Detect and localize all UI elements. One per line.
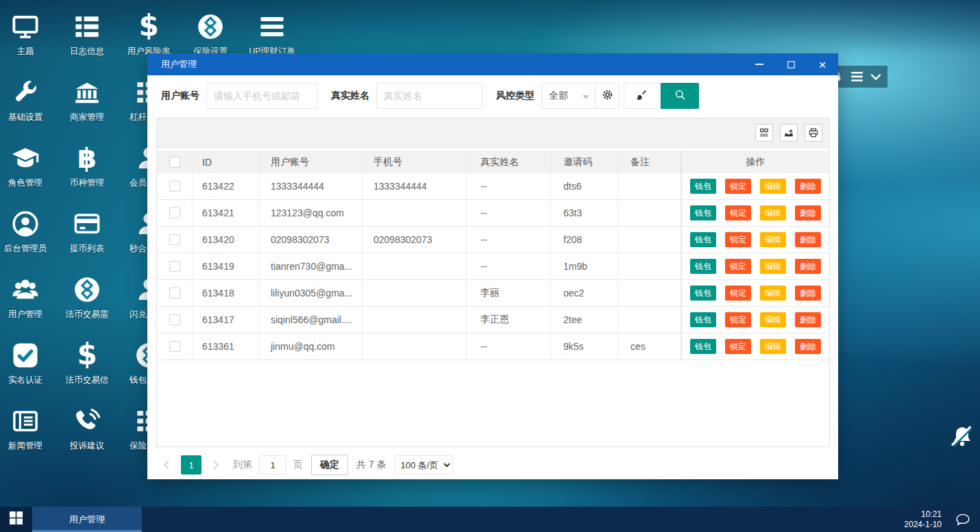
svg-text:$: $ (77, 341, 97, 370)
desktop-icon-新闻管理[interactable]: 新闻管理 (0, 407, 54, 451)
chevron-down-icon[interactable] (871, 74, 881, 80)
column-header-操作: 操作 (681, 151, 829, 173)
phone-volume-icon (73, 407, 101, 435)
desktop-icon-基础设置[interactable]: 基础设置 (0, 78, 54, 122)
taskbar-item-user-management[interactable]: 用户管理 (32, 507, 142, 532)
maximize-button[interactable] (775, 53, 807, 75)
action-button-锁定[interactable]: 锁定 (725, 286, 751, 301)
action-button-锁定[interactable]: 锁定 (725, 339, 751, 354)
action-button-锁定[interactable]: 锁定 (725, 232, 751, 247)
risk-type-select[interactable]: 全部 (542, 84, 595, 108)
desktop-icon-商家管理[interactable]: 商家管理 (58, 78, 116, 122)
confirm-page-button[interactable]: 确定 (311, 455, 348, 475)
minimize-button[interactable] (744, 53, 775, 75)
desktop-icon-投诉建议[interactable]: 投诉建议 (58, 407, 116, 451)
search-button[interactable] (661, 83, 699, 109)
cell-id: 613417 (193, 307, 260, 333)
close-button[interactable]: × (807, 53, 838, 75)
action-button-钱包[interactable]: 钱包 (690, 179, 716, 194)
svg-text:$: $ (138, 12, 158, 41)
action-button-删除[interactable]: 删除 (795, 259, 821, 274)
row-checkbox[interactable] (169, 314, 180, 325)
action-button-钱包[interactable]: 钱包 (690, 205, 716, 220)
cell-account: 1333344444 (260, 173, 363, 199)
action-button-删除[interactable]: 删除 (795, 312, 821, 327)
table-row: 613419tianren730@gma...--1m9b钱包锁定编辑删除 (157, 253, 829, 280)
action-button-编辑[interactable]: 编辑 (760, 179, 786, 194)
desktop-icon-实名认证[interactable]: 实名认证 (0, 341, 54, 385)
action-button-钱包[interactable]: 钱包 (690, 259, 716, 274)
risk-type-value: 全部 (549, 90, 568, 102)
action-button-钱包[interactable]: 钱包 (690, 312, 716, 327)
window-titlebar[interactable]: 用户管理 × (147, 53, 838, 75)
user-table-card: ID用户账号手机号真实姓名邀请码备注操作 6134221333344444133… (156, 118, 830, 447)
export-button[interactable] (780, 124, 798, 142)
desktop-icon-用户风险率[interactable]: $用户风险率 (120, 12, 177, 56)
action-button-钱包[interactable]: 钱包 (690, 339, 716, 354)
bell-slash-icon[interactable] (950, 423, 975, 451)
action-button-钱包[interactable]: 钱包 (690, 286, 716, 301)
desktop-topbar-widget[interactable] (833, 66, 887, 88)
clock-date: 2024-1-10 (904, 520, 942, 530)
table-row: 613361jinmu@qq.com--9k5sces钱包锁定编辑删除 (157, 333, 829, 360)
row-checkbox[interactable] (169, 181, 180, 192)
action-button-删除[interactable]: 删除 (795, 179, 821, 194)
menu-icon[interactable] (851, 72, 863, 81)
action-button-删除[interactable]: 删除 (795, 232, 821, 247)
desktop-icon-label: 法币交易需 (58, 309, 116, 319)
action-button-编辑[interactable]: 编辑 (760, 259, 786, 274)
desktop-icon-角色管理[interactable]: 角色管理 (0, 144, 54, 188)
desktop-icon-法币交易需[interactable]: 法币交易需 (58, 275, 116, 319)
next-page-button[interactable] (206, 455, 226, 474)
select-all-checkbox[interactable] (169, 157, 180, 168)
action-button-编辑[interactable]: 编辑 (760, 286, 786, 301)
action-button-编辑[interactable]: 编辑 (760, 339, 786, 354)
settings-button[interactable] (595, 84, 619, 108)
desktop-icon-用户管理[interactable]: 用户管理 (0, 275, 54, 319)
desktop-icon-保险设置[interactable]: 保险设置 (182, 12, 239, 56)
action-button-删除[interactable]: 删除 (795, 286, 821, 301)
row-checkbox[interactable] (169, 234, 180, 245)
desktop-icon-主题[interactable]: 主题 (0, 12, 54, 56)
risk-type-label: 风控类型 (496, 90, 535, 102)
window-controls: × (744, 53, 838, 75)
page-size-select[interactable]: 100 条/页 (395, 455, 453, 474)
reset-button[interactable] (624, 83, 661, 109)
realname-input[interactable] (376, 83, 482, 109)
current-page[interactable]: 1 (181, 455, 201, 474)
desktop-icon-法币交易信[interactable]: $法币交易信 (58, 341, 116, 385)
desktop-icon-提币列表[interactable]: 提币列表 (58, 210, 116, 253)
table-row: 613417siqinl566@gmail....李正恩2tee钱包锁定编辑删除 (157, 307, 829, 333)
action-button-锁定[interactable]: 锁定 (725, 259, 751, 274)
action-button-编辑[interactable]: 编辑 (760, 205, 786, 220)
chat-bubble-icon[interactable] (951, 507, 975, 532)
prev-page-button[interactable] (156, 455, 177, 474)
account-input[interactable] (206, 83, 317, 109)
action-button-锁定[interactable]: 锁定 (725, 312, 751, 327)
row-checkbox[interactable] (169, 288, 180, 299)
action-button-删除[interactable]: 删除 (795, 205, 821, 220)
action-button-编辑[interactable]: 编辑 (760, 312, 786, 327)
action-button-编辑[interactable]: 编辑 (760, 232, 786, 247)
action-button-锁定[interactable]: 锁定 (725, 179, 751, 194)
row-checkbox[interactable] (169, 207, 180, 218)
action-button-钱包[interactable]: 钱包 (690, 232, 716, 247)
desktop-icon-后台管理员[interactable]: 后台管理员 (0, 210, 54, 253)
cell-account: jinmu@qq.com (260, 333, 363, 359)
row-checkbox[interactable] (169, 261, 180, 272)
start-button[interactable] (0, 507, 32, 532)
action-button-锁定[interactable]: 锁定 (725, 205, 751, 220)
action-button-删除[interactable]: 删除 (795, 339, 821, 354)
goto-page-input[interactable] (259, 455, 286, 474)
print-button[interactable] (805, 124, 822, 142)
row-checkbox[interactable] (169, 341, 180, 352)
desktop-icon-UP理财订单[interactable]: UP理财订单 (243, 12, 301, 56)
taskbar-item-label: 用户管理 (69, 514, 105, 526)
desktop-icon-日志信息[interactable]: 日志信息 (58, 12, 116, 56)
user-management-window: 用户管理 × 用户账号 真实姓名 风控类型 全部 (147, 53, 838, 479)
taskbar: 用户管理 10:21 2024-1-10 (0, 507, 980, 532)
desktop-icon-币种管理[interactable]: ฿币种管理 (58, 144, 116, 188)
cell-name: -- (467, 333, 551, 359)
taskbar-clock[interactable]: 10:21 2024-1-10 (904, 509, 951, 530)
filter-columns-button[interactable] (755, 124, 773, 142)
